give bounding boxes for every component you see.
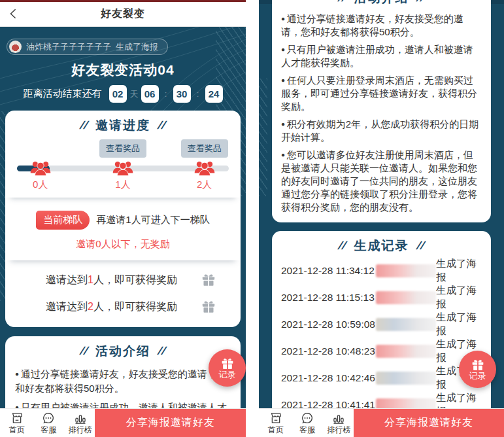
shop-icon (269, 411, 282, 425)
view-prize-button-2[interactable]: 查看奖品 (181, 139, 228, 158)
record-time: 2021-12-28 11:34:12 (281, 265, 376, 277)
title-slashes: // (337, 0, 348, 5)
share-poster-button[interactable]: 分享海报邀请好友 (95, 409, 246, 437)
milestone-0: 0人 (33, 179, 48, 191)
people-group-icon (192, 159, 216, 177)
gift-icon (201, 300, 216, 314)
current-tier-badge: 当前梯队 (36, 211, 90, 230)
activity-title: 好友裂变活动04 (0, 61, 246, 79)
hero-banner: 油炸桃子子子子子子子 生成了海报 好友裂变活动04 距离活动结束还有 02 天 … (0, 27, 246, 111)
title-slashes: // (157, 119, 167, 132)
people-group-icon (28, 159, 52, 177)
title-slashes: // (157, 345, 167, 358)
countdown-colon: : (162, 89, 170, 99)
back-chevron-icon (7, 7, 20, 20)
blurred-username (376, 372, 436, 385)
bar-chart-icon (74, 411, 87, 425)
record-action: 生成了海报 (436, 257, 482, 285)
two-screen-composite: 好友裂变 油炸桃子子子子子子子 生成了海报 好友裂变活动04 (0, 0, 504, 437)
reward-row-1: 邀请达到1人，即可获得奖励 (5, 273, 241, 287)
countdown-colon: : (194, 89, 202, 99)
avatar (9, 41, 22, 53)
records-list: 2021-12-28 11:34:12 生成了海报 2021-12-28 11:… (272, 254, 491, 418)
invite-progress-card: // 邀请进度 // 查看奖品 查看奖品 0人 1人 (5, 111, 241, 327)
record-action: 生成了海报 (436, 311, 482, 338)
progress-section: // 邀请进度 // 查看奖品 查看奖品 0人 1人 (5, 111, 241, 198)
people-group-icon (111, 159, 135, 177)
activity-intro-card: // 活动介绍 // 通过分享链接邀请好友，好友接受您的邀请，您和好友都将获得5… (272, 0, 491, 222)
title-slashes: // (337, 239, 348, 253)
record-row: 2021-12-28 10:42:46 生成了海报 (281, 364, 482, 391)
milestone-1: 1人 (115, 179, 130, 191)
title-slashes: // (415, 239, 426, 253)
blurred-username (376, 345, 436, 358)
nav-item-service[interactable]: 客服 (33, 409, 63, 437)
intro-bullet: 积分有效期为2年，从您成功获得积分的日期开始计算。 (281, 118, 482, 144)
intro-bullet: 您可以邀请多位好友注册使用周末酒店，但是被邀请人只能关联一位邀请人。如果您和您的… (281, 149, 482, 214)
screen-left: 好友裂变 油炸桃子子子子子子子 生成了海报 好友裂变活动04 (0, 0, 246, 437)
intro-bullet: 通过分享链接邀请好友，好友接受您的邀请，您和好友都将获得50积分。 (281, 12, 482, 39)
progress-track (16, 158, 230, 177)
countdown-days: 02 (109, 85, 127, 103)
no-reward-text: 邀请0人以下，无奖励 (5, 238, 241, 251)
back-button[interactable] (7, 7, 21, 22)
countdown-label: 距离活动结束还有 (24, 88, 102, 100)
title-slashes: // (415, 0, 426, 5)
records-float-button[interactable]: 记录 (459, 351, 496, 388)
title-slashes: // (78, 119, 89, 132)
gift-icon (471, 358, 484, 372)
blurred-username (376, 264, 436, 277)
nav-item-service[interactable]: 客服 (292, 409, 322, 437)
notice-action: 生成了海报 (116, 41, 158, 53)
nav-item-ranking[interactable]: 排行榜 (324, 409, 354, 437)
tier-hint-text: 再邀请1人可进入下一梯队 (96, 214, 209, 226)
record-row: 2021-12-28 11:34:12 生成了海报 (281, 257, 482, 284)
intro-bullet: 只有用户被邀请注册成功，邀请人和被邀请人才能获得奖励。 (281, 43, 482, 69)
shop-icon (10, 411, 24, 425)
blurred-username (376, 291, 436, 304)
tier-section: 当前梯队 再邀请1人可进入下一梯队 邀请0人以下，无奖励 (5, 198, 241, 260)
countdown-day-unit: 天 (130, 88, 138, 100)
record-row: 2021-12-28 11:15:13 生成了海报 (281, 284, 482, 311)
nav-item-ranking[interactable]: 排行榜 (65, 409, 95, 437)
chat-icon (301, 411, 314, 425)
page-title: 好友裂变 (101, 7, 145, 21)
record-row: 2021-12-28 10:48:23 生成了海报 (281, 338, 482, 364)
bottom-nav: 首页 客服 排行榜 分享海报邀请好友 (0, 408, 246, 437)
chat-icon (42, 411, 55, 425)
gift-icon (221, 357, 234, 370)
record-action: 生成了海报 (436, 284, 482, 311)
blurred-username (376, 318, 436, 331)
app-header: 好友裂变 (0, 2, 246, 27)
record-time: 2021-12-28 10:48:23 (281, 345, 376, 357)
section-title-activity-intro: // 活动介绍 // (5, 336, 241, 360)
intro-bullet: 任何人只要注册登录周末酒店，无需购买过服务，即可通过分享链接邀请好友，获得积分奖… (281, 74, 482, 113)
records-float-label: 记录 (469, 372, 486, 381)
gift-icon (201, 273, 216, 287)
milestone-2: 2人 (197, 179, 212, 191)
view-prize-button-1[interactable]: 查看奖品 (99, 139, 146, 158)
records-float-button[interactable]: 记录 (209, 349, 246, 387)
nav-item-home[interactable]: 首页 (2, 409, 31, 437)
section-title-invite-progress: // 邀请进度 // (5, 111, 241, 134)
nav-item-home[interactable]: 首页 (261, 409, 290, 437)
bar-chart-icon (332, 411, 345, 425)
notice-name: 油炸桃子子子子子子子 (26, 41, 111, 53)
generation-records-card: // 生成记录 // 2021-12-28 11:34:12 生成了海报 202… (272, 231, 491, 428)
section-title-generation-records: // 生成记录 // (272, 231, 491, 254)
poster-notice-marquee: 油炸桃子子子子子子子 生成了海报 (7, 39, 168, 55)
hatch-decoration (259, 79, 267, 196)
record-time: 2021-12-28 10:42:46 (281, 372, 376, 384)
bottom-nav: 首页 客服 排行榜 分享海报邀请好友 (259, 408, 504, 437)
record-time: 2021-12-28 10:59:08 (281, 319, 376, 330)
milestone-labels: 0人 1人 2人 (16, 179, 230, 191)
countdown-minutes: 30 (173, 85, 191, 103)
countdown-hours: 06 (141, 85, 159, 103)
records-float-label: 记录 (219, 370, 236, 379)
title-slashes: // (78, 345, 89, 358)
share-poster-button[interactable]: 分享海报邀请好友 (354, 409, 504, 437)
record-time: 2021-12-28 11:15:13 (281, 292, 376, 304)
record-row: 2021-12-28 10:59:08 生成了海报 (281, 311, 482, 338)
screen-right: // 活动介绍 // 通过分享链接邀请好友，好友接受您的邀请，您和好友都将获得5… (259, 0, 504, 437)
countdown-seconds: 24 (205, 85, 223, 103)
